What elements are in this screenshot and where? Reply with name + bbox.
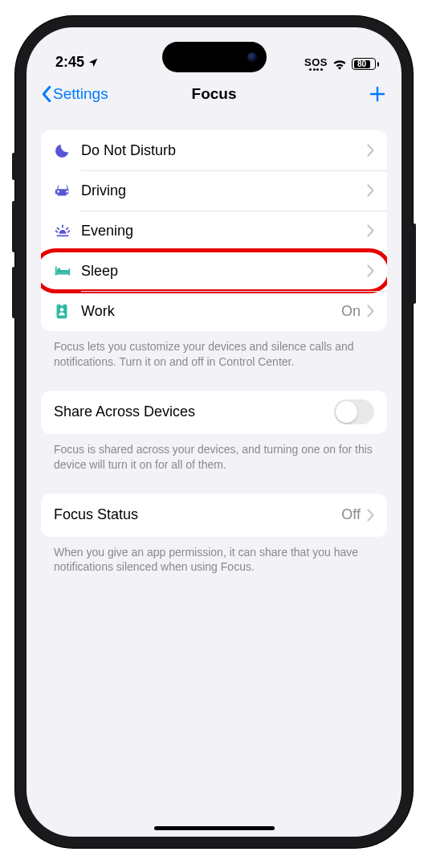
focus-row-do-not-disturb[interactable]: Do Not Disturb <box>41 130 387 170</box>
share-across-devices-row: Share Across Devices <box>41 391 387 434</box>
location-icon <box>88 57 99 68</box>
add-focus-button[interactable] <box>368 84 387 104</box>
share-group: Share Across Devices <box>41 391 387 434</box>
focus-list-footer: Focus lets you customize your devices an… <box>41 331 387 370</box>
bed-icon <box>54 264 81 278</box>
svg-point-0 <box>58 268 61 271</box>
svg-point-3 <box>60 308 64 312</box>
chevron-right-icon <box>367 305 374 317</box>
sos-indicator: SOS <box>304 57 328 71</box>
chevron-right-icon <box>367 264 374 277</box>
share-footer: Focus is shared across your devices, and… <box>41 434 387 473</box>
focus-status-value: Off <box>341 506 361 523</box>
svg-rect-2 <box>60 303 63 306</box>
focus-label: Sleep <box>81 263 367 280</box>
status-time: 2:45 <box>55 54 84 71</box>
focus-label: Work <box>81 303 341 320</box>
chevron-left-icon <box>41 85 51 103</box>
focus-status-row[interactable]: Focus Status Off <box>41 493 387 537</box>
chevron-right-icon <box>367 144 374 157</box>
plus-icon <box>368 84 387 104</box>
focus-label: Evening <box>81 223 367 240</box>
focus-row-driving[interactable]: Driving <box>41 170 387 211</box>
chevron-right-icon <box>367 224 374 237</box>
moon-icon <box>54 141 81 159</box>
dynamic-island <box>162 42 267 72</box>
car-icon <box>54 182 81 199</box>
back-button[interactable]: Settings <box>41 85 108 103</box>
focus-label: Driving <box>81 182 367 199</box>
focus-row-evening[interactable]: Evening <box>41 211 387 251</box>
back-label: Settings <box>53 85 108 103</box>
chevron-right-icon <box>367 509 374 522</box>
focus-row-work[interactable]: Work On <box>41 291 387 331</box>
focus-status-label: Focus Status <box>54 506 341 523</box>
focus-row-sleep[interactable]: Sleep <box>41 251 387 291</box>
focus-status-group: Focus Status Off <box>41 493 387 537</box>
focus-list: Do Not Disturb Driving <box>41 130 387 331</box>
focus-status-footer: When you give an app permission, it can … <box>41 537 387 575</box>
focus-value: On <box>341 303 361 320</box>
page-title: Focus <box>192 85 237 103</box>
badge-icon <box>54 302 81 320</box>
focus-label: Do Not Disturb <box>81 142 367 159</box>
sunset-icon <box>54 223 81 239</box>
chevron-right-icon <box>367 184 374 197</box>
share-toggle[interactable] <box>334 399 374 424</box>
wifi-icon <box>332 59 347 70</box>
nav-bar: Settings Focus <box>26 74 402 114</box>
share-label: Share Across Devices <box>54 403 334 420</box>
home-indicator[interactable] <box>154 826 275 830</box>
battery-indicator: 80 <box>352 58 379 70</box>
